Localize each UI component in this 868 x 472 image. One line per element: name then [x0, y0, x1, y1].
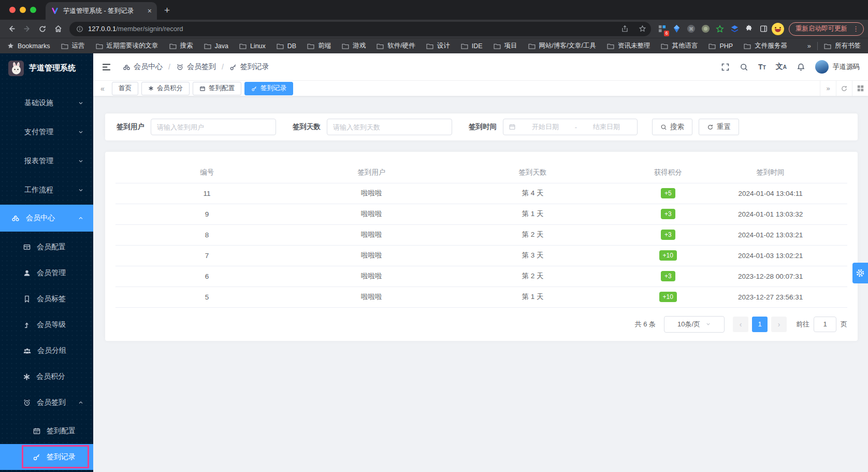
- layout-grid-icon[interactable]: [852, 81, 868, 96]
- browser-tab[interactable]: 芋道管理系统 - 签到记录 ×: [46, 2, 157, 20]
- back-button[interactable]: [4, 22, 19, 36]
- site-info-icon[interactable]: [76, 22, 84, 36]
- window-zoom-button[interactable]: [30, 7, 36, 13]
- address-bar[interactable]: 127.0.0.1/member/signin/record: [69, 22, 651, 36]
- reload-button[interactable]: [35, 22, 50, 36]
- sidebar-item-label: 报表管理: [24, 156, 78, 166]
- member-icon: [11, 214, 20, 222]
- tab-close-icon[interactable]: ×: [148, 7, 152, 15]
- next-page-button[interactable]: ›: [771, 317, 787, 332]
- bookmark-folder[interactable]: 前端: [307, 41, 331, 50]
- sidebar-item-member-manage[interactable]: 会员管理: [0, 260, 93, 286]
- profile-avatar[interactable]: [771, 22, 785, 36]
- menu-fold-icon[interactable]: [102, 62, 111, 72]
- sidebar-item-member-group[interactable]: 会员分组: [0, 338, 93, 364]
- bookmark-folder[interactable]: 网站/博客/文章/工具: [528, 41, 596, 50]
- bookmark-folder[interactable]: DB: [277, 42, 296, 50]
- cell-time: 2023-12-27 23:56:31: [716, 287, 826, 307]
- bookmark-folder[interactable]: 游戏: [342, 41, 366, 50]
- signin-days-input[interactable]: [327, 119, 452, 135]
- fullscreen-icon[interactable]: [721, 63, 730, 71]
- extension-star-icon[interactable]: [713, 22, 727, 36]
- search-icon[interactable]: [740, 63, 748, 71]
- extension-layers-icon[interactable]: [728, 22, 741, 36]
- window-minimize-button[interactable]: [20, 7, 26, 13]
- page-tab-signin-config[interactable]: 签到配置: [193, 82, 241, 95]
- home-button[interactable]: [51, 22, 65, 36]
- sidebar-item-signin-config[interactable]: 签到配置: [0, 418, 93, 444]
- bookmark-folder[interactable]: 项目: [494, 41, 517, 50]
- window-close-button[interactable]: [9, 7, 16, 13]
- user-menu[interactable]: 芋道源码: [815, 60, 860, 74]
- new-tab-button[interactable]: +: [164, 5, 170, 16]
- bookmark-folder[interactable]: 资讯未整理: [607, 41, 650, 50]
- sidebar-item-member-points[interactable]: 会员积分: [0, 364, 93, 390]
- extension-command-icon[interactable]: ⌘: [684, 22, 698, 36]
- current-page-button[interactable]: 1: [752, 317, 768, 332]
- breadcrumb-member-signin[interactable]: 会员签到: [176, 62, 216, 71]
- sidebar-item-label: 会员中心: [26, 213, 71, 223]
- reset-button[interactable]: 重置: [699, 119, 739, 135]
- bookmark-folder[interactable]: 文件服务器: [744, 41, 787, 50]
- page-tab-label: 签到记录: [261, 84, 286, 93]
- sidebar-item-member-level[interactable]: 会员等级: [0, 312, 93, 338]
- bookmark-folder[interactable]: 搜索: [169, 41, 193, 50]
- share-icon[interactable]: [618, 22, 631, 36]
- bookmark-folder[interactable]: PHP: [708, 42, 733, 50]
- font-size-icon[interactable]: TT: [758, 63, 766, 71]
- sidebar-item-payment[interactable]: 支付管理: [0, 118, 93, 147]
- bookmark-folder[interactable]: Linux: [239, 42, 266, 50]
- page-tab-member-points[interactable]: 会员积分: [141, 82, 190, 95]
- extension-grid-icon[interactable]: 6: [655, 22, 669, 36]
- tabs-scroll-left-icon[interactable]: «: [93, 84, 112, 93]
- sidebar-item-workflow[interactable]: 工作流程: [0, 176, 93, 205]
- page-tab-signin-record[interactable]: 签到记录: [244, 82, 293, 95]
- bookmark-folder[interactable]: 近期需要读的文章: [96, 41, 158, 50]
- sidebar-item-member-config[interactable]: 会员配置: [0, 234, 93, 260]
- page-tab-home[interactable]: 首页: [112, 82, 138, 95]
- bookmark-folder[interactable]: 软件/硬件: [377, 41, 415, 50]
- sidebar-item-signin-record[interactable]: 签到记录: [0, 444, 93, 470]
- chevron-down-icon: [78, 158, 84, 164]
- tabs-scroll-right-icon[interactable]: »: [820, 81, 836, 96]
- search-button[interactable]: 搜索: [652, 119, 692, 135]
- bookmark-folder[interactable]: Java: [204, 42, 228, 50]
- side-panel-icon[interactable]: [757, 22, 770, 36]
- sidebar-item-member-center[interactable]: 会员中心: [0, 205, 93, 232]
- prev-page-button[interactable]: ‹: [733, 317, 748, 332]
- bookmark-folder-label: IDE: [472, 42, 483, 50]
- bookmark-folder[interactable]: 运营: [61, 41, 85, 50]
- settings-drawer-button[interactable]: [852, 263, 868, 283]
- bookmarks-overflow-icon[interactable]: »: [807, 42, 811, 50]
- bookmark-folder[interactable]: 其他语言: [661, 41, 698, 50]
- profile-emoji-icon: [772, 23, 784, 35]
- bookmark-folder[interactable]: IDE: [461, 42, 483, 50]
- extension-kite-icon[interactable]: [670, 22, 683, 36]
- goto-page-input[interactable]: [814, 317, 836, 332]
- app-logo-row[interactable]: 芋道管理系统: [0, 53, 93, 83]
- sidebar-item-infrastructure[interactable]: 基础设施: [0, 89, 93, 118]
- language-icon[interactable]: 文A: [776, 62, 787, 71]
- sidebar-item-member-tags[interactable]: 会员标签: [0, 286, 93, 312]
- signin-time-range-picker[interactable]: 开始日期 - 结束日期: [503, 119, 638, 135]
- breadcrumb-member-center[interactable]: 会员中心: [123, 62, 163, 71]
- column-header-points: 获得积分: [620, 162, 716, 183]
- sidebar-item-member-signin[interactable]: 会员签到: [0, 390, 93, 416]
- browser-menu-icon[interactable]: ⋮: [850, 25, 861, 33]
- page-size-select[interactable]: 10条/页: [664, 316, 725, 333]
- bookmarks-root[interactable]: Bookmarks: [7, 42, 50, 50]
- bookmark-star-icon[interactable]: [635, 22, 649, 36]
- key-icon: [229, 63, 237, 71]
- key-icon: [251, 85, 257, 92]
- bookmark-folder[interactable]: 设计: [426, 41, 450, 50]
- all-bookmarks[interactable]: 所有书签: [824, 41, 861, 50]
- signin-user-input[interactable]: [151, 119, 276, 135]
- extension-circle-icon[interactable]: [699, 22, 712, 36]
- notification-bell-icon[interactable]: [797, 63, 805, 71]
- refresh-page-icon[interactable]: [836, 81, 852, 96]
- update-chrome-button[interactable]: 重新启动即可更新 ⋮: [789, 22, 864, 36]
- forward-button[interactable]: [20, 22, 34, 36]
- extensions-puzzle-icon[interactable]: [742, 22, 756, 36]
- sidebar-item-reports[interactable]: 报表管理: [0, 147, 93, 176]
- window-controls[interactable]: [9, 7, 36, 13]
